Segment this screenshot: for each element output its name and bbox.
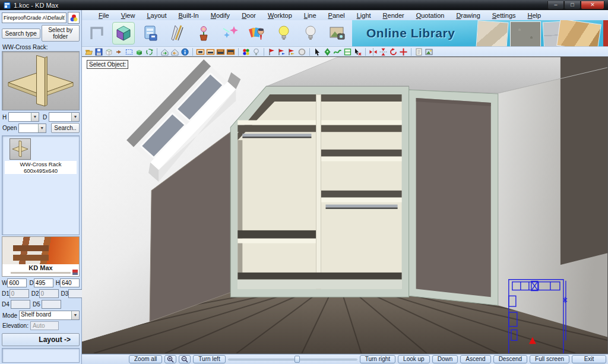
save-icon[interactable] [94, 48, 103, 56]
photo-render-icon[interactable] [326, 22, 349, 45]
select-object-label: Select Object: [87, 60, 128, 69]
move-red-icon[interactable] [399, 48, 408, 56]
sliding-door-right[interactable] [409, 90, 498, 305]
slider-track[interactable] [228, 359, 357, 360]
d5-field[interactable] [42, 300, 61, 309]
cursor-icon[interactable] [313, 48, 322, 56]
view-3d-icon[interactable] [112, 22, 135, 45]
menu-line[interactable]: Line [298, 11, 322, 20]
rgb-dots-icon[interactable] [242, 48, 251, 56]
h-select[interactable]: ▼ [8, 112, 39, 122]
menu-built-in[interactable]: Built-In [172, 11, 204, 20]
flag-red-2-icon[interactable] [277, 48, 286, 56]
search-type-button[interactable]: Search type [2, 29, 40, 39]
search-button[interactable]: Search.. [51, 123, 80, 133]
rotation-slider[interactable] [228, 355, 357, 363]
slider-thumb[interactable] [294, 356, 300, 363]
menu-help[interactable]: Help [522, 11, 547, 20]
draw-tools-icon[interactable] [166, 22, 188, 45]
color-palette-button[interactable] [68, 12, 80, 24]
decorate-icon[interactable] [192, 22, 215, 45]
circle-gray-icon[interactable] [297, 48, 306, 56]
menu-render[interactable]: Render [377, 11, 410, 20]
material-render-icon[interactable] [246, 22, 268, 45]
menu-drawing[interactable]: Drawing [450, 11, 486, 20]
turn-right-button[interactable]: Turn right [360, 355, 395, 363]
menu-worktop[interactable]: Worktop [262, 11, 298, 20]
walk-arrow-icon[interactable] [115, 48, 124, 56]
plan-green-icon[interactable] [343, 48, 352, 56]
down-button[interactable]: Down [432, 355, 458, 363]
list-item[interactable]: WW-Cross Rack 600x495x640 [5, 138, 77, 174]
exit-button[interactable]: Exit [572, 355, 606, 363]
d-select[interactable]: ▼ [49, 112, 80, 122]
wave-icon[interactable] [333, 48, 342, 56]
home-in-icon[interactable] [160, 48, 169, 56]
menu-modify[interactable]: Modify [205, 11, 236, 20]
select-by-folder-button[interactable]: Select by folder [42, 25, 80, 42]
home-out-icon[interactable] [170, 48, 179, 56]
orbit-icon[interactable] [145, 48, 154, 56]
menu-settings[interactable]: Settings [486, 11, 522, 20]
secondary-toolbar [82, 46, 608, 56]
mirror-vertical-icon[interactable] [379, 48, 388, 56]
maximize-button[interactable]: □ [564, 1, 581, 10]
width-field[interactable] [7, 278, 27, 287]
cabinet-wall-icon[interactable] [216, 48, 225, 56]
effects-icon[interactable] [219, 22, 242, 45]
cursor-red-icon[interactable] [353, 48, 362, 56]
open-folder-icon[interactable] [84, 48, 93, 56]
cabinet-base-icon[interactable] [196, 48, 205, 56]
flag-red-1-icon[interactable] [267, 48, 276, 56]
menu-light[interactable]: Light [351, 11, 377, 20]
height-field[interactable] [60, 278, 80, 287]
unit-thumbnail[interactable] [10, 138, 31, 160]
new-design-icon[interactable] [86, 22, 108, 45]
zoom-in-button[interactable] [164, 355, 176, 363]
minimize-button[interactable]: – [547, 1, 564, 10]
turn-left-button[interactable]: Turn left [193, 355, 225, 363]
elevation-field[interactable] [30, 321, 59, 330]
d1-field[interactable] [10, 289, 29, 298]
light-off-icon[interactable] [299, 22, 322, 45]
box-white-icon[interactable] [104, 48, 113, 56]
menu-layout[interactable]: Layout [141, 11, 172, 20]
rotate-red-icon[interactable] [389, 48, 398, 56]
menu-view[interactable]: View [115, 11, 141, 20]
look-up-button[interactable]: Look up [398, 355, 430, 363]
mirror-horizontal-icon[interactable] [369, 48, 378, 56]
depth-field[interactable] [34, 278, 53, 287]
d4-field[interactable] [11, 300, 30, 309]
cabinet-base-2-icon[interactable] [206, 48, 215, 56]
select-rect-icon[interactable] [125, 48, 134, 56]
zoom-out-button[interactable] [179, 355, 191, 363]
menu-quotation[interactable]: Quotation [410, 11, 451, 20]
close-button[interactable]: ✕ [581, 1, 604, 10]
cabinet-wall-2-icon[interactable] [226, 48, 235, 56]
unit-library-icon[interactable] [139, 22, 162, 45]
wardrobe[interactable] [230, 86, 408, 297]
layout-button[interactable]: Layout -> [2, 333, 80, 346]
viewport-3d[interactable]: Select Object: [82, 56, 608, 354]
online-library-banner[interactable]: Online Library [352, 20, 603, 46]
image-icon[interactable] [425, 48, 433, 56]
open-select[interactable]: ▼ [18, 124, 46, 133]
flag-red-3-icon[interactable] [287, 48, 296, 56]
ascend-button[interactable]: Ascend [460, 355, 490, 363]
note-icon[interactable] [414, 48, 423, 56]
box-green-icon[interactable] [135, 48, 144, 56]
light-on-icon[interactable] [273, 22, 295, 45]
menu-door[interactable]: Door [236, 11, 262, 20]
full-screen-button[interactable]: Full screen [530, 355, 569, 363]
zoom-all-button[interactable]: Zoom all [129, 355, 162, 363]
descend-button[interactable]: Descend [493, 355, 527, 363]
kdmax-ad-banner[interactable]: KD Max [2, 236, 80, 277]
catalog-path-input[interactable] [2, 12, 66, 23]
pin-green-icon[interactable] [323, 48, 332, 56]
d2-field[interactable] [39, 289, 59, 298]
lamp-icon[interactable] [252, 48, 261, 56]
mode-select[interactable]: Shelf board ▼ [19, 311, 80, 320]
info-icon[interactable] [180, 48, 189, 56]
menu-file[interactable]: File [93, 11, 115, 20]
menu-panel[interactable]: Panel [322, 11, 351, 20]
